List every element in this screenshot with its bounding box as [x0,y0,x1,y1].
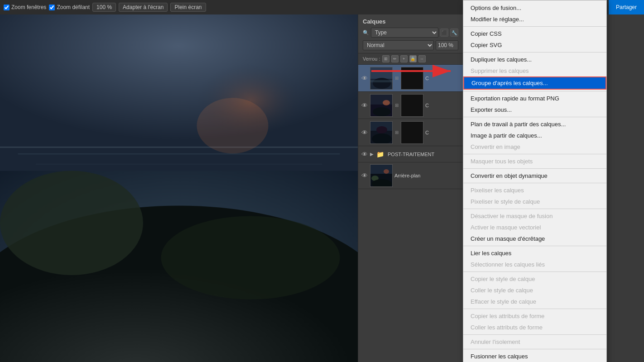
menu-separator-12 [463,334,606,335]
layer-mask-3 [401,121,423,144]
menu-effacer-style[interactable]: Effacer le style de calque [463,296,606,307]
layer-name-3: C [425,130,460,135]
menu-separator-2 [463,52,606,52]
layers-filter-select[interactable]: Type [371,28,438,38]
menu-image-calques[interactable]: Image à partir de calques... [463,130,606,141]
menu-separator-8 [463,209,606,209]
lock-move-icon[interactable]: ↔ [418,55,426,62]
layer-item[interactable]: 👁 ⊞ C [358,119,463,146]
layers-panel: Calques 🔍 Type ⬛ 🔧 Normal Multiply Scree… [358,14,463,362]
menu-plan-travail[interactable]: Plan de travail à partir des calques... [463,119,606,130]
layer-bg-visibility-icon[interactable]: 👁 [361,172,368,179]
zoom-fenetres-label: Zoom fenêtres [11,4,46,10]
menu-copier-svg[interactable]: Copier SVG [463,39,606,51]
menu-supprimer-calques[interactable]: Supprimer les calques [463,65,606,76]
zoom-value-btn[interactable]: 100 % [92,3,116,12]
layer-mask-2 [401,94,423,117]
menu-modifier-reglage[interactable]: Modifier le réglage... [463,14,606,25]
menu-dupliquer-calques[interactable]: Dupliquer les calques... [463,54,606,65]
menu-activer-masque-vect[interactable]: Activer le masque vectoriel [463,222,606,233]
layer-thumb-3 [370,121,393,144]
menu-separator-6 [463,168,606,169]
menu-separator-13 [463,349,606,349]
menu-annuler-isolement[interactable]: Annuler l'isolement [463,336,606,348]
menu-exportation-png[interactable]: Exportation rapide au format PNG [463,93,606,104]
lock-row: Verrou : ⊞ ✏ + 🔒 ↔ [358,53,463,65]
menu-copier-style[interactable]: Copier le style de calque [463,273,606,285]
layer-bg-name: Arrière-plan [394,173,460,178]
svg-point-10 [197,98,269,153]
menu-copier-attributs[interactable]: Copier les attributs de forme [463,310,606,322]
layer-thumb-2 [370,94,393,117]
menu-copier-css[interactable]: Copier CSS [463,28,606,39]
svg-point-18 [373,107,391,116]
menu-separator-11 [463,309,606,309]
filter-icon-1[interactable]: ⬛ [440,29,448,37]
svg-rect-14 [370,80,393,82]
opacity-input[interactable] [436,40,458,50]
layer-bg-thumb [370,164,393,187]
layer-link-icon: ⊞ [394,76,399,81]
layer-visibility-icon[interactable]: 👁 [361,75,368,82]
layer-item[interactable]: 👁 ⊞ C [358,92,463,119]
fit-screen-btn[interactable]: Adapter à l'écran [119,3,168,12]
zoom-defilant-checkbox[interactable]: Zoom défilant [49,4,90,10]
lock-transparency-icon[interactable]: ⊞ [382,55,389,62]
menu-coller-style[interactable]: Coller le style de calque [463,285,606,296]
layers-filter-row: 🔍 Type ⬛ 🔧 [363,28,458,38]
svg-point-13 [373,78,391,89]
layer-visibility-icon[interactable]: 👁 [361,102,368,109]
lock-paint-icon[interactable]: ✏ [391,55,399,62]
share-button[interactable]: Partager [609,0,644,14]
filter-icon-2[interactable]: 🔧 [450,29,458,37]
svg-rect-24 [370,165,393,174]
svg-point-17 [383,100,390,105]
layer-link-icon: ⊞ [394,103,399,108]
layer-mask-1 [401,67,423,90]
folder-icon: 📁 [376,151,384,158]
menu-coller-attributs[interactable]: Coller les attributs de forme [463,322,606,333]
zoom-fenetres-checkbox[interactable]: Zoom fenêtres [4,4,46,10]
svg-point-4 [0,171,143,275]
menu-options-fusion[interactable]: Options de fusion... [463,2,606,14]
layers-title: Calques [363,18,458,25]
layer-group-item[interactable]: 👁 ▶ 📁 POST-TRAITEMENT [358,146,463,162]
layer-visibility-icon[interactable]: 👁 [361,129,368,136]
menu-pixeliser-style[interactable]: Pixeliser le style de calque [463,196,606,207]
menu-lier-calques[interactable]: Lier les calques [463,248,606,259]
menu-separator-9 [463,246,606,246]
menu-convertir-objet[interactable]: Convertir en objet dynamique [463,170,606,181]
menu-masquer-objets[interactable]: Masquer tous les objets [463,156,606,167]
svg-point-21 [376,126,387,133]
layer-background-item[interactable]: 👁 Arrière-plan [358,162,463,189]
menu-convertir-image[interactable]: Convertir en image [463,141,606,152]
menu-creer-masque[interactable]: Créer un masque d'écrêtage [463,233,606,244]
menu-groupe-apres-calques[interactable]: Groupe d'après les calques... [463,76,606,90]
layer-item[interactable]: 👁 ⊞ C [358,65,463,92]
zoom-defilant-label: Zoom défilant [57,4,90,10]
svg-rect-12 [370,67,393,79]
layers-list: 👁 ⊞ C 👁 [358,65,463,362]
zoom-defilant-input[interactable] [49,5,55,10]
layer-link-icon: ⊞ [394,130,399,135]
menu-separator-7 [463,183,606,183]
fullscreen-btn[interactable]: Plein écran [170,3,206,12]
context-menu: Options de fusion... Modifier le réglage… [463,0,607,362]
group-expand-icon[interactable]: ▶ [370,152,374,157]
menu-separator-5 [463,154,606,154]
layer-group-visibility-icon[interactable]: 👁 [361,151,368,158]
zoom-fenetres-input[interactable] [4,5,10,10]
menu-separator-4 [463,117,606,117]
lock-artboard-icon[interactable]: + [400,55,408,62]
blend-mode-select[interactable]: Normal Multiply Screen [363,40,434,50]
menu-pixeliser-calques[interactable]: Pixeliser les calques [463,185,606,196]
layer-group-name: POST-TRAITEMENT [388,152,460,157]
menu-selectionner-lies[interactable]: Sélectionner les calques liés [463,259,606,270]
menu-exporter-sous[interactable]: Exporter sous... [463,104,606,115]
layer-thumb-1 [370,67,393,90]
canvas-area: (RVB/16*) * [0,14,358,362]
menu-desactiver-masque[interactable]: Désactiver le masque de fusion [463,210,606,222]
menu-fusionner-calques[interactable]: Fusionner les calques [463,351,606,362]
menu-separator-3 [463,91,606,91]
lock-all-icon[interactable]: 🔒 [409,55,417,62]
